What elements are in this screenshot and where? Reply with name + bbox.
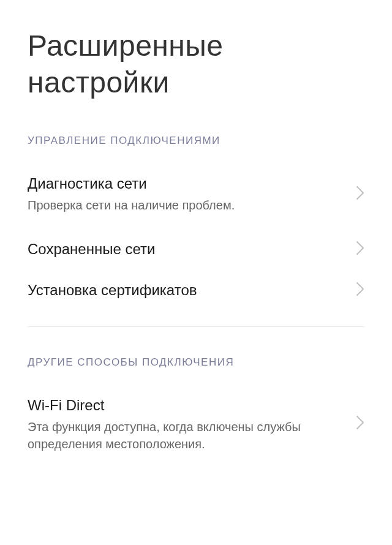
list-item-title: Сохраненные сети [28, 239, 344, 258]
list-item-saved-networks[interactable]: Сохраненные сети [0, 228, 392, 269]
list-item-subtitle: Проверка сети на наличие проблем. [28, 197, 344, 214]
list-item-title: Wi-Fi Direct [28, 396, 344, 415]
chevron-right-icon [356, 186, 364, 203]
list-item-install-certificates[interactable]: Установка сертификатов [0, 269, 392, 310]
list-item-title: Установка сертификатов [28, 280, 344, 299]
section-header-connection-management: УПРАВЛЕНИЕ ПОДКЛЮЧЕНИЯМИ [0, 101, 392, 159]
chevron-right-icon [356, 282, 364, 299]
chevron-right-icon [356, 241, 364, 258]
list-item-subtitle: Эта функция доступна, когда включены слу… [28, 418, 344, 453]
list-item-title: Диагностика сети [28, 174, 344, 193]
section-header-other-connection-methods: ДРУГИЕ СПОСОБЫ ПОДКЛЮЧЕНИЯ [0, 327, 392, 381]
chevron-right-icon [356, 415, 364, 432]
page-title: Расширенные настройки [0, 0, 392, 101]
list-item-wifi-direct[interactable]: Wi-Fi Direct Эта функция доступна, когда… [0, 381, 392, 467]
list-item-network-diagnostics[interactable]: Диагностика сети Проверка сети на наличи… [0, 159, 392, 228]
